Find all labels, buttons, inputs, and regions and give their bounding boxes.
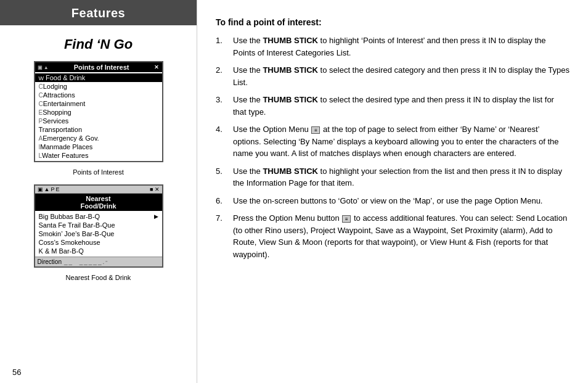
- step-3: 3. Use the THUMB STICK to select the des…: [216, 94, 570, 118]
- step-text: Use the on-screen buttons to ‘Goto’ or v…: [233, 195, 570, 207]
- step-text: Use the Option Menu ≡ at the top of page…: [233, 123, 570, 160]
- sidebar-header: Features: [0, 0, 197, 25]
- list-item[interactable]: CLodging: [35, 82, 162, 91]
- widget2-icons: ▣▲PE: [38, 186, 60, 192]
- list-item[interactable]: Coss’s Smokehouse: [35, 238, 162, 247]
- step-number: 3.: [216, 94, 233, 118]
- widget2-titlebar: ▣▲PE ■✕: [35, 186, 162, 194]
- list-item[interactable]: K & M Bar-B-Q: [35, 247, 162, 255]
- direction-label: Direction: [38, 258, 62, 265]
- list-item[interactable]: EShopping: [35, 108, 162, 117]
- widget1-titlebar: ▣ ▲ Points of Interest ✕: [35, 62, 162, 72]
- widget2-right-icons: ■✕: [150, 186, 159, 192]
- list-item[interactable]: Smokin’ Joe’s Bar-B-Que: [35, 229, 162, 238]
- find-n-go-title: Find ‘N Go: [64, 36, 133, 52]
- step-5: 5. Use the THUMB STICK to highlight your…: [216, 165, 570, 189]
- list-item[interactable]: WFood & Drink: [35, 73, 162, 82]
- list-item[interactable]: Big Bubbas Bar-B-Q▶: [35, 212, 162, 221]
- list-item[interactable]: PServices: [35, 117, 162, 125]
- list-item[interactable]: AEmergency & Gov.: [35, 134, 162, 142]
- step-number: 6.: [216, 195, 233, 207]
- widget2-caption: Nearest Food & Drink: [66, 274, 131, 281]
- widget2-subtitle: Nearest Food/Drink: [35, 194, 162, 211]
- list-item[interactable]: IManmade Places: [35, 142, 162, 151]
- page-number: 56: [0, 368, 21, 377]
- direction-bar: Direction __ _____.": [35, 257, 162, 266]
- list-item[interactable]: CAttractions: [35, 91, 162, 99]
- step-number: 4.: [216, 123, 233, 160]
- steps-list: 1. Use the THUMB STICK to highlight ‘Poi…: [216, 35, 570, 260]
- content-area: To find a point of interest: 1. Use the …: [197, 0, 588, 383]
- step-text: Press the Option Menu button ≡ to access…: [233, 212, 570, 260]
- step-text: Use the THUMB STICK to select the desire…: [233, 94, 570, 118]
- step-text: Use the THUMB STICK to highlight ‘Points…: [233, 35, 570, 59]
- option-menu-icon: ≡: [342, 215, 351, 223]
- step-number: 5.: [216, 165, 233, 189]
- list-item[interactable]: CEntertainment: [35, 99, 162, 108]
- step-7: 7. Press the Option Menu button ≡ to acc…: [216, 212, 570, 260]
- subtitle-line1: Nearest: [38, 195, 160, 202]
- widget1-list: WFood & Drink CLodging CAttractions CEnt…: [35, 72, 162, 161]
- step-number: 7.: [216, 212, 233, 260]
- step-number: 1.: [216, 35, 233, 59]
- sidebar-header-text: Features: [71, 6, 125, 20]
- step-4: 4. Use the Option Menu ≡ at the top of p…: [216, 123, 570, 160]
- subtitle-line2: Food/Drink: [38, 202, 160, 210]
- list-item[interactable]: Santa Fe Trail Bar-B-Que: [35, 221, 162, 229]
- direction-dashes: __ _____.": [64, 258, 108, 265]
- nearest-food-drink-widget: ▣▲PE ■✕ Nearest Food/Drink Big Bubbas Ba…: [34, 184, 163, 268]
- step-2: 2. Use the THUMB STICK to select the des…: [216, 64, 570, 88]
- step-1: 1. Use the THUMB STICK to highlight ‘Poi…: [216, 35, 570, 59]
- step-text: Use the THUMB STICK to select the desire…: [233, 64, 570, 88]
- points-of-interest-widget: ▣ ▲ Points of Interest ✕ WFood & Drink C…: [34, 61, 163, 162]
- sidebar: Features Find ‘N Go ▣ ▲ Points of Intere…: [0, 0, 197, 383]
- list-item[interactable]: LWater Features: [35, 151, 162, 160]
- step-number: 2.: [216, 64, 233, 88]
- widget1-icons: ✕: [154, 64, 159, 70]
- option-menu-icon: ≡: [311, 126, 320, 134]
- step-text: Use the THUMB STICK to highlight your se…: [233, 165, 570, 189]
- step-6: 6. Use the on-screen buttons to ‘Goto’ o…: [216, 195, 570, 207]
- widget1-title: Points of Interest: [74, 64, 129, 71]
- widget2-list: Big Bubbas Bar-B-Q▶ Santa Fe Trail Bar-B…: [35, 211, 162, 257]
- list-item[interactable]: Transportation: [35, 125, 162, 134]
- content-title: To find a point of interest:: [216, 17, 570, 27]
- widget1-caption: Points of Interest: [73, 168, 124, 176]
